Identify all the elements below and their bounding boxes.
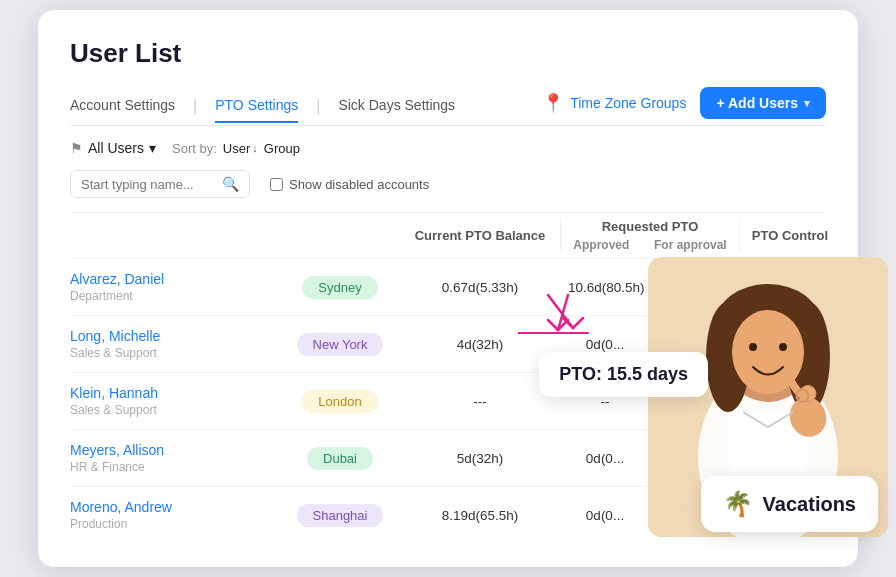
filter-icon: ⚑: [70, 140, 83, 156]
col-current-pto: Current PTO Balance: [400, 228, 560, 243]
approved-cell: 10.6d(80.5h): [560, 280, 650, 295]
current-pto-cell: 8.19d(65.5h): [400, 508, 560, 523]
add-users-dropdown-icon: ▾: [804, 97, 810, 110]
col-requested-pto: Requested PTO Approved For approval: [560, 219, 740, 252]
search-icon: 🔍: [222, 176, 239, 192]
user-name[interactable]: Meyers, Allison: [70, 442, 272, 458]
filter-label: All Users: [88, 140, 144, 156]
timezone-badge: London: [302, 390, 377, 413]
user-name-cell: Meyers, Allison HR & Finance: [70, 442, 280, 474]
tab-sickdays[interactable]: Sick Days Settings: [338, 89, 455, 123]
sub-for-approval: For approval: [654, 238, 727, 252]
vacation-badge: 🌴 Vacations: [701, 476, 878, 532]
sub-approved: Approved: [573, 238, 629, 252]
timezone-badge: Sydney: [302, 276, 377, 299]
tab-sep-1: |: [193, 97, 197, 115]
sort-label: Sort by:: [172, 141, 217, 156]
filter-arrow: ▾: [149, 140, 156, 156]
main-card: User List Account Settings | PTO Setting…: [38, 10, 858, 567]
page-title: User List: [70, 38, 826, 69]
timezone-button[interactable]: 📍 Time Zone Groups: [542, 92, 686, 114]
current-pto-cell: 5d(32h): [400, 451, 560, 466]
add-users-button[interactable]: + Add Users ▾: [700, 87, 826, 119]
tab-sep-2: |: [316, 97, 320, 115]
svg-point-15: [779, 343, 787, 351]
show-disabled-checkbox[interactable]: [270, 178, 283, 191]
filter-all-users[interactable]: ⚑ All Users ▾: [70, 140, 156, 156]
user-dept: Production: [70, 517, 272, 531]
add-users-label: + Add Users: [716, 95, 798, 111]
show-disabled-label: Show disabled accounts: [289, 177, 429, 192]
show-disabled-row: Show disabled accounts: [270, 177, 429, 192]
tz-cell: Shanghai: [280, 504, 400, 527]
user-name-cell: Moreno, Andrew Production: [70, 499, 280, 531]
col-pto-control: PTO Control: [740, 228, 840, 243]
tab-pto[interactable]: PTO Settings: [215, 89, 298, 123]
user-name[interactable]: Long, Michelle: [70, 328, 272, 344]
timezone-label: Time Zone Groups: [570, 95, 686, 111]
vacation-label: Vacations: [763, 493, 856, 516]
approved-cell: 0d(0...: [560, 508, 650, 523]
approved-cell: 0d(0...: [560, 337, 650, 352]
tz-cell: New York: [280, 333, 400, 356]
sort-arrow-icon: ↓: [252, 142, 258, 154]
user-dept: Sales & Support: [70, 403, 272, 417]
tz-cell: London: [280, 390, 400, 413]
user-name[interactable]: Alvarez, Daniel: [70, 271, 272, 287]
timezone-badge: New York: [297, 333, 384, 356]
user-dept: Sales & Support: [70, 346, 272, 360]
vacation-icon: 🌴: [723, 490, 753, 518]
user-name[interactable]: Klein, Hannah: [70, 385, 272, 401]
timezone-badge: Dubai: [307, 447, 373, 470]
search-box[interactable]: 🔍: [70, 170, 250, 198]
user-dept: HR & Finance: [70, 460, 272, 474]
sort-group[interactable]: Group: [264, 141, 300, 156]
user-name-cell: Alvarez, Daniel Department: [70, 271, 280, 303]
sort-user[interactable]: User ↓: [223, 141, 258, 156]
current-pto-cell: ---: [400, 394, 560, 409]
tabs-row: Account Settings | PTO Settings | Sick D…: [70, 87, 826, 126]
current-pto-cell: 4d(32h): [400, 337, 560, 352]
tab-account[interactable]: Account Settings: [70, 89, 175, 123]
table-header: Current PTO Balance Requested PTO Approv…: [70, 212, 826, 259]
pto-label: PTO: 15.5 days: [559, 364, 688, 384]
svg-point-14: [749, 343, 757, 351]
pto-badge: PTO: 15.5 days: [539, 352, 708, 397]
timezone-icon: 📍: [542, 92, 564, 114]
timezone-badge: Shanghai: [297, 504, 384, 527]
user-name-cell: Klein, Hannah Sales & Support: [70, 385, 280, 417]
approved-cell: 0d(0...: [560, 451, 650, 466]
tz-cell: Sydney: [280, 276, 400, 299]
user-dept: Department: [70, 289, 272, 303]
tabs-right: 📍 Time Zone Groups + Add Users ▾: [542, 87, 826, 125]
search-input[interactable]: [81, 177, 216, 192]
current-pto-cell: 0.67d(5.33h): [400, 280, 560, 295]
user-name[interactable]: Moreno, Andrew: [70, 499, 272, 515]
user-name-cell: Long, Michelle Sales & Support: [70, 328, 280, 360]
tz-cell: Dubai: [280, 447, 400, 470]
